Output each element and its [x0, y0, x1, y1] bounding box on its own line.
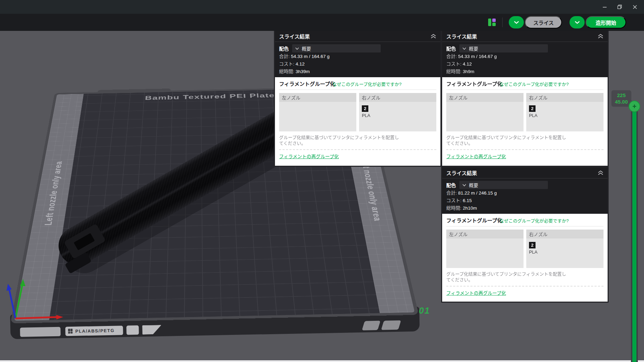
group-title: フィラメントグループ化	[279, 80, 335, 87]
cost-stat: コスト: 4.12	[279, 60, 436, 68]
plate-right-tab	[362, 321, 380, 330]
toolbar: スライス 造形開始	[0, 14, 644, 31]
right-nozzle-box: 右ノズル 2 PLA	[359, 93, 436, 131]
grouping-note: グループ化結果に基づいてプリンタにフィラメントを配置してください。	[446, 135, 603, 146]
right-nozzle-box: 右ノズル 2 PLA	[526, 93, 603, 131]
height-slider-handle[interactable]: +	[629, 101, 640, 112]
collapse-icon[interactable]	[430, 34, 436, 39]
slice-result-panel-3: スライス結果 配色 概要 合計: 81.22 m / 246.15 g コスト:…	[442, 167, 608, 302]
plus-icon: +	[632, 103, 636, 110]
close-icon[interactable]	[629, 2, 641, 12]
regroup-link[interactable]: フィラメントの再グループ化	[446, 289, 603, 296]
slice-summary: スライス結果 配色 概要 合計: 54.33 m / 164.67 g コスト:…	[275, 31, 440, 77]
left-nozzle-box: 左ノズル	[446, 230, 524, 268]
right-nozzle-box: 右ノズル 2 PLA	[526, 230, 603, 268]
app-window: PLA/ABS/PETG Left nozzle only area Right…	[0, 0, 644, 362]
total-stat: 合計: 54.33 m / 164.67 g	[279, 53, 436, 60]
chevron-down-icon	[514, 21, 519, 24]
divider	[446, 286, 603, 287]
color-scheme-label: 配色	[446, 45, 456, 52]
filament-number-badge[interactable]: 2	[529, 242, 536, 248]
bottom-edge-strip	[0, 360, 644, 362]
slice-summary: スライス結果 配色 概要 合計: 54.33 m / 164.67 g コスト:…	[442, 31, 608, 77]
slice-result-panel-2: スライス結果 配色 概要 合計: 54.33 m / 164.67 g コスト:…	[442, 31, 608, 166]
left-nozzle-header: 左ノズル	[279, 93, 356, 102]
color-scheme-dropdown[interactable]: 概要	[459, 44, 548, 52]
color-scheme-dropdown[interactable]: 概要	[292, 44, 381, 52]
filament-grouping: フィラメントグループ化 なぜこのグループ化が必要ですか? 左ノズル 右ノズル 2…	[442, 214, 608, 302]
arrange-icon[interactable]	[488, 18, 496, 26]
toolbar-divider	[502, 17, 503, 27]
color-scheme-value: 概要	[302, 45, 311, 52]
slice-button[interactable]: スライス	[525, 16, 562, 28]
restore-icon[interactable]	[614, 2, 625, 12]
filament-number-badge[interactable]: 2	[362, 105, 368, 112]
left-nozzle-box: 左ノズル	[279, 93, 356, 131]
slice-dropdown-button[interactable]	[509, 16, 524, 28]
coordinate-axes-icon	[3, 277, 69, 325]
time-stat: 総時間: 3h9m	[446, 68, 603, 75]
filament-grouping: フィラメントグループ化 なぜこのグループ化が必要ですか? 左ノズル 右ノズル 2…	[275, 77, 440, 166]
group-help-link[interactable]: なぜこのグループ化が必要ですか?	[332, 81, 401, 87]
plate-material-label: PLA/ABS/PETG	[75, 328, 114, 334]
time-stat: 総時間: 2h10m	[446, 205, 603, 212]
color-scheme-value: 概要	[469, 45, 478, 52]
height-slider-bar[interactable]	[632, 106, 636, 362]
titlebar	[0, 0, 644, 14]
chevron-down-icon	[295, 47, 299, 50]
group-title: フィラメントグループ化	[446, 217, 502, 224]
print-dropdown-button[interactable]	[570, 16, 585, 28]
left-nozzle-header: 左ノズル	[446, 230, 524, 238]
right-nozzle-header: 右ノズル	[526, 230, 603, 238]
filament-grouping: フィラメントグループ化 なぜこのグループ化が必要ですか? 左ノズル 右ノズル 2…	[442, 77, 608, 166]
left-nozzle-box: 左ノズル	[446, 93, 524, 131]
total-stat: 合計: 81.22 m / 246.15 g	[446, 189, 603, 197]
color-scheme-value: 概要	[469, 182, 478, 188]
left-nozzle-header: 左ノズル	[446, 93, 524, 102]
slice-summary: スライス結果 配色 概要 合計: 81.22 m / 246.15 g コスト:…	[442, 167, 608, 214]
color-scheme-label: 配色	[446, 182, 456, 188]
panel-title: スライス結果	[446, 169, 477, 176]
left-nozzle-area-label: Left nozzle only area	[42, 161, 64, 226]
group-title: フィラメントグループ化	[446, 80, 502, 87]
filament-number-badge[interactable]: 2	[529, 105, 536, 112]
bambu-logo-icon	[68, 329, 73, 334]
regroup-link[interactable]: フィラメントの再グループ化	[446, 153, 603, 160]
filament-type: PLA	[362, 113, 434, 118]
chevron-down-icon	[462, 184, 466, 186]
group-help-link[interactable]: なぜこのグループ化が必要ですか?	[499, 81, 568, 87]
plate-material-tab: PLA/ABS/PETG	[65, 326, 123, 336]
plate-right-tab	[381, 320, 401, 330]
plate-clip-tab	[20, 327, 60, 337]
cost-stat: コスト: 4.12	[446, 60, 603, 68]
panel-title: スライス結果	[279, 33, 310, 40]
height-value-bottom: 45.00	[615, 98, 628, 105]
filament-type: PLA	[529, 113, 601, 118]
collapse-icon[interactable]	[598, 34, 603, 39]
chevron-down-icon	[575, 21, 580, 24]
height-value-badge: 225 45.00	[611, 90, 631, 107]
divider	[279, 149, 436, 150]
grouping-note: グループ化結果に基づいてプリンタにフィラメントを配置してください。	[279, 135, 436, 146]
filament-type: PLA	[529, 249, 601, 255]
regroup-link[interactable]: フィラメントの再グループ化	[279, 153, 436, 160]
color-scheme-label: 配色	[279, 45, 289, 52]
right-nozzle-header: 右ノズル	[526, 93, 603, 102]
object-slot	[74, 233, 95, 250]
height-value-top: 225	[617, 92, 625, 98]
start-print-button[interactable]: 造形開始	[586, 16, 626, 28]
cost-stat: コスト: 6.15	[446, 197, 603, 204]
group-help-link[interactable]: なぜこのグループ化が必要ですか?	[499, 217, 568, 224]
color-scheme-dropdown[interactable]: 概要	[459, 181, 548, 189]
collapse-icon[interactable]	[598, 170, 603, 175]
plate-marker-flag	[142, 325, 162, 335]
plate-marker-tab	[126, 325, 139, 335]
chevron-down-icon	[462, 47, 466, 50]
time-stat: 総時間: 3h39m	[279, 68, 436, 75]
panel-title: スライス結果	[446, 33, 477, 40]
minimize-icon[interactable]	[599, 2, 610, 12]
total-stat: 合計: 54.33 m / 164.67 g	[446, 53, 603, 60]
grouping-note: グループ化結果に基づいてプリンタにフィラメントを配置してください。	[446, 271, 603, 283]
slice-result-panel-1: スライス結果 配色 概要 合計: 54.33 m / 164.67 g コスト:…	[275, 31, 440, 166]
right-nozzle-header: 右ノズル	[359, 93, 436, 102]
